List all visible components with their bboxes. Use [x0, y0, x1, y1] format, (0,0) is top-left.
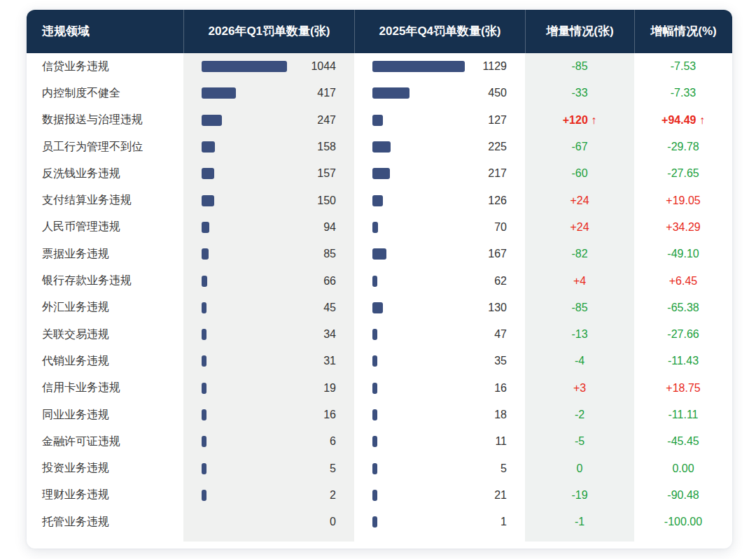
q1-value: 0 — [330, 516, 336, 528]
q4-value: 35 — [494, 355, 507, 367]
q1-bar — [202, 383, 206, 394]
q1-bar-cell: 31 — [183, 348, 354, 374]
pct-value: +18.75 — [634, 382, 732, 395]
q1-bar — [202, 409, 206, 420]
q4-value: 16 — [494, 382, 507, 395]
q4-bar-cell: 217 — [354, 160, 525, 187]
delta-value: +24 — [525, 194, 634, 207]
q4-bar — [372, 436, 377, 447]
q1-bar-cell: 16 — [183, 402, 354, 428]
table-body: 信贷业务违规10441129-85-7.53内控制度不健全417450-33-7… — [27, 53, 732, 549]
q1-value: 417 — [317, 87, 336, 99]
violation-area-label: 员工行为管理不到位 — [27, 140, 183, 155]
q4-value: 70 — [494, 221, 507, 234]
violation-area-label: 银行存款业务违规 — [27, 274, 183, 288]
q4-bar — [372, 168, 390, 179]
table-row: 信贷业务违规10441129-85-7.53 — [27, 53, 732, 80]
delta-value: -19 — [525, 489, 634, 502]
q1-bar-cell: 6 — [183, 428, 354, 455]
q4-bar-cell: 62 — [354, 267, 525, 294]
q1-value: 16 — [323, 409, 336, 421]
q1-bar-cell: 417 — [183, 80, 354, 106]
q1-value: 157 — [317, 167, 336, 180]
q1-value: 45 — [323, 302, 336, 314]
q1-bar-cell: 247 — [183, 107, 354, 134]
q4-bar — [372, 409, 377, 420]
pct-value: -65.38 — [634, 302, 732, 314]
q1-bar — [202, 463, 206, 474]
violation-area-label: 投资业务违规 — [27, 461, 183, 476]
q1-bar-cell: 1044 — [183, 53, 354, 80]
table-row: 反洗钱业务违规157217-60-27.65 — [27, 160, 732, 187]
violation-area-label: 数据报送与治理违规 — [27, 113, 183, 127]
violation-area-label: 关联交易违规 — [27, 327, 183, 342]
q4-bar — [372, 61, 465, 72]
q4-bar — [372, 276, 377, 287]
pct-value: -45.45 — [634, 435, 732, 448]
pct-value: -90.48 — [634, 489, 732, 502]
table-row: 支付结算业务违规150126+24+19.05 — [27, 187, 732, 213]
q1-bar — [202, 248, 209, 260]
violation-area-label: 托管业务违规 — [27, 515, 183, 530]
delta-value: -33 — [525, 87, 634, 99]
q4-bar-cell: 21 — [354, 482, 525, 509]
q4-bar-cell: 16 — [354, 375, 525, 402]
q1-bar — [202, 355, 206, 367]
pct-value: +94.49 ↑ — [634, 114, 732, 127]
q1-bar — [202, 329, 206, 340]
penalty-comparison-table: 违规领域 2026年Q1罚单数量(张) 2025年Q4罚单数量(张) 增量情况(… — [27, 10, 732, 549]
q4-bar-cell: 126 — [354, 187, 525, 213]
q1-bar-cell: 19 — [183, 375, 354, 402]
table-row: 内控制度不健全417450-33-7.33 — [27, 80, 732, 106]
table-row: 员工行为管理不到位158225-67-29.78 — [27, 134, 732, 160]
q1-bar — [202, 87, 236, 99]
violation-area-label: 外汇业务违规 — [27, 300, 183, 315]
q4-bar — [372, 195, 383, 206]
q4-bar — [372, 141, 391, 153]
violation-area-label: 信用卡业务违规 — [27, 381, 183, 395]
table-row: 关联交易违规3447-13-27.66 — [27, 321, 732, 348]
delta-value: -4 — [525, 355, 634, 367]
q4-bar — [372, 115, 383, 126]
q4-value: 225 — [488, 141, 507, 153]
q4-bar-cell: 70 — [354, 214, 525, 241]
q4-bar — [372, 490, 377, 501]
q1-value: 158 — [317, 141, 336, 153]
q1-bar-cell: 34 — [183, 321, 354, 348]
header-q4-count: 2025年Q4罚单数量(张) — [354, 10, 525, 53]
q4-bar-cell: 47 — [354, 321, 525, 348]
q4-value: 130 — [488, 302, 507, 314]
violation-area-label: 理财业务违规 — [27, 488, 183, 502]
delta-value: -60 — [525, 167, 634, 180]
table-header-row: 违规领域 2026年Q1罚单数量(张) 2025年Q4罚单数量(张) 增量情况(… — [27, 10, 732, 53]
q1-bar — [202, 61, 287, 72]
pct-value: -100.00 — [634, 516, 732, 528]
pct-value: -29.78 — [634, 141, 732, 153]
pct-value: -11.11 — [634, 409, 732, 421]
q4-value: 126 — [488, 194, 507, 207]
delta-value: -85 — [525, 60, 634, 73]
q4-bar-cell: 1129 — [354, 53, 525, 80]
q1-bar — [202, 276, 207, 287]
table-row: 金融许可证违规611-5-45.45 — [27, 428, 732, 455]
violation-area-label: 代销业务违规 — [27, 354, 183, 369]
q1-bar-cell: 157 — [183, 160, 354, 187]
table-row: 外汇业务违规45130-85-65.38 — [27, 295, 732, 321]
pct-value: -7.53 — [634, 60, 732, 73]
q4-value: 1129 — [483, 60, 507, 73]
q1-bar-cell: 94 — [183, 214, 354, 241]
q1-bar — [202, 436, 206, 447]
table-row: 信用卡业务违规1916+3+18.75 — [27, 375, 732, 402]
delta-value: +120 ↑ — [525, 114, 634, 127]
q4-value: 450 — [488, 87, 507, 99]
q1-value: 34 — [323, 328, 336, 341]
q4-bar — [372, 516, 377, 528]
q1-bar — [202, 302, 206, 313]
q4-value: 62 — [494, 275, 507, 288]
q4-value: 217 — [488, 167, 507, 180]
q4-value: 11 — [495, 435, 507, 448]
delta-value: -82 — [525, 248, 634, 260]
q1-bar — [202, 490, 206, 501]
q1-bar-cell: 45 — [183, 295, 354, 321]
q1-value: 2 — [330, 489, 336, 502]
